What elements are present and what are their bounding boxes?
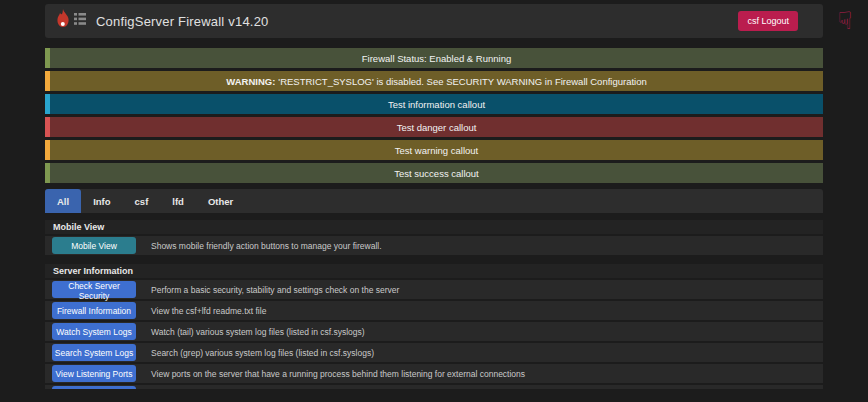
flame-icon xyxy=(55,9,71,33)
test-success-callout: Test success callout xyxy=(45,163,823,183)
row-description: View ports on the server that have a run… xyxy=(151,369,525,379)
table-row: Check Server Security Perform a basic se… xyxy=(45,280,823,301)
warning-prefix: WARNING: xyxy=(226,76,275,87)
row-description: Watch (tail) various system log files (l… xyxy=(151,327,365,337)
action-button-partial[interactable] xyxy=(52,386,136,389)
row-description: Perform a basic security, stability and … xyxy=(151,285,399,295)
test-info-callout: Test information callout xyxy=(45,94,823,114)
callout-text: Test success callout xyxy=(394,168,478,179)
section-title: Mobile View xyxy=(45,220,823,236)
callout-stack: Firewall Status: Enabled & Running WARNI… xyxy=(45,48,823,183)
csf-logo xyxy=(55,9,86,33)
app-header: ConfigServer Firewall v14.20 csf Logout xyxy=(45,4,823,38)
section-title: Server Information xyxy=(45,264,823,280)
callout-text: Test information callout xyxy=(388,99,485,110)
table-row: Watch System Logs Watch (tail) various s… xyxy=(45,322,823,343)
table-row: Mobile View Shows mobile friendly action… xyxy=(45,236,823,257)
hand-point-down-icon[interactable]: ☟ xyxy=(830,4,860,38)
section-mobile-view: Mobile View Mobile View Shows mobile fri… xyxy=(45,220,823,257)
firewall-status-callout: Firewall Status: Enabled & Running xyxy=(45,48,823,68)
row-description: Shows mobile friendly action buttons to … xyxy=(151,241,382,251)
table-row: View Listening Ports View ports on the s… xyxy=(45,364,823,385)
firewall-information-button[interactable]: Firewall Information xyxy=(52,302,136,319)
list-icon xyxy=(74,12,86,30)
test-warning-callout: Test warning callout xyxy=(45,140,823,160)
tab-lfd[interactable]: lfd xyxy=(160,189,196,213)
search-system-logs-button[interactable]: Search System Logs xyxy=(52,344,136,361)
mobile-view-button[interactable]: Mobile View xyxy=(52,237,136,254)
row-description: View the csf+lfd readme.txt file xyxy=(151,306,266,316)
test-danger-callout: Test danger callout xyxy=(45,117,823,137)
tab-info[interactable]: Info xyxy=(81,189,122,213)
page-title: ConfigServer Firewall v14.20 xyxy=(96,14,269,29)
row-description: Search (grep) various system log files (… xyxy=(151,348,374,358)
callout-text: Firewall Status: Enabled & Running xyxy=(362,53,511,64)
view-listening-ports-button[interactable]: View Listening Ports xyxy=(52,365,136,382)
csf-logout-button[interactable]: csf Logout xyxy=(738,11,798,31)
table-row-partial xyxy=(45,385,823,389)
callout-text: Test danger callout xyxy=(397,122,477,133)
table-row: Search System Logs Search (grep) various… xyxy=(45,343,823,364)
callout-text: Test warning callout xyxy=(395,145,478,156)
callout-text: 'RESTRICT_SYSLOG' is disabled. See SECUR… xyxy=(278,76,646,87)
page-content: ConfigServer Firewall v14.20 csf Logout … xyxy=(45,4,823,389)
filter-tabbar: All Info csf lfd Other xyxy=(45,189,823,213)
tab-other[interactable]: Other xyxy=(196,189,245,213)
table-row: Firewall Information View the csf+lfd re… xyxy=(45,301,823,322)
watch-system-logs-button[interactable]: Watch System Logs xyxy=(52,323,136,340)
tab-all[interactable]: All xyxy=(45,189,81,213)
check-server-security-button[interactable]: Check Server Security xyxy=(52,281,136,298)
section-server-information: Server Information Check Server Security… xyxy=(45,264,823,389)
restrict-syslog-warning-callout: WARNING: 'RESTRICT_SYSLOG' is disabled. … xyxy=(45,71,823,91)
tab-csf[interactable]: csf xyxy=(123,189,161,213)
